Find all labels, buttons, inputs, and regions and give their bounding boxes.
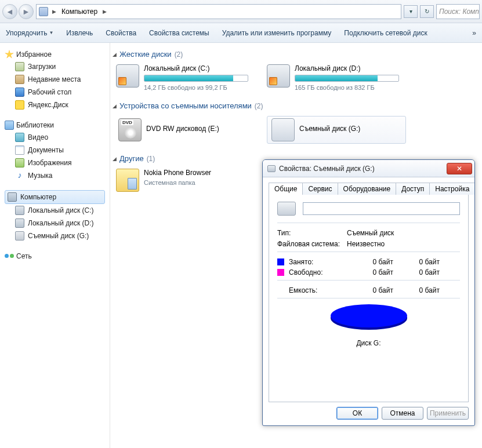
drive-dvd-name: DVD RW дисковод (E:) <box>146 125 219 133</box>
usb-icon <box>271 118 295 141</box>
tab-access[interactable]: Доступ <box>396 183 430 195</box>
libraries-icon <box>5 121 14 130</box>
capacity-label: Емкость: <box>289 286 341 294</box>
chevron-right-icon: ▶ <box>50 9 58 14</box>
drive-d-usage-bar <box>295 75 399 82</box>
group-hdd-title[interactable]: Жесткие диски <box>119 50 172 59</box>
tb-uninstall[interactable]: Удалить или изменить программу <box>222 29 332 37</box>
sidebar-yadisk[interactable]: Яндекс.Диск <box>5 99 110 111</box>
sidebar-computer[interactable]: Компьютер <box>5 190 105 204</box>
video-icon <box>15 133 24 142</box>
group-other-title[interactable]: Другие <box>119 154 144 163</box>
phone-folder-icon <box>116 169 139 192</box>
star-icon <box>5 50 14 59</box>
used-swatch <box>277 258 284 265</box>
network-icon <box>5 252 14 261</box>
tb-properties[interactable]: Свойства <box>106 29 136 37</box>
sidebar-drive-d[interactable]: Локальный диск (D:) <box>5 217 110 230</box>
sidebar-network[interactable]: Сеть <box>5 250 110 262</box>
dialog-title: Свойства: Съемный диск (G:) <box>279 165 375 173</box>
free-swatch <box>277 269 284 276</box>
tb-map-drive[interactable]: Подключить сетевой диск <box>344 29 427 37</box>
drive-usb-g[interactable]: Съемный диск (G:) <box>267 116 406 144</box>
sidebar-libraries[interactable]: Библиотеки <box>5 119 110 131</box>
properties-dialog: Свойства: Съемный диск (G:) ✕ Общие Серв… <box>262 159 475 426</box>
apply-button[interactable]: Применить <box>427 407 469 420</box>
group-removable-title[interactable]: Устройства со съемными носителями <box>119 101 252 110</box>
desktop-icon <box>15 88 24 97</box>
tb-system-properties[interactable]: Свойства системы <box>149 29 209 37</box>
collapse-icon[interactable]: ◢ <box>113 103 117 109</box>
drive-c-free: 14,2 ГБ свободно из 99,2 ГБ <box>144 84 255 91</box>
search-input[interactable]: Поиск: Компьютер <box>436 4 480 19</box>
free-bytes: 0 байт <box>341 268 393 276</box>
collapse-icon[interactable]: ◢ <box>113 52 117 57</box>
drive-d-name: Локальный диск (D:) <box>295 64 406 72</box>
hdd-icon <box>116 64 139 88</box>
drive-icon <box>267 165 276 172</box>
tab-hardware[interactable]: Оборудование <box>338 183 397 195</box>
tb-overflow[interactable]: » <box>472 29 476 37</box>
refresh-button[interactable]: ↻ <box>420 5 434 18</box>
sidebar-drive-g[interactable]: Съемный диск (G:) <box>5 230 110 242</box>
computer-icon <box>39 7 48 16</box>
tab-general[interactable]: Общие <box>269 183 303 195</box>
tab-strip: Общие Сервис Оборудование Доступ Настрой… <box>269 183 469 195</box>
tab-service[interactable]: Сервис <box>302 183 338 195</box>
close-button[interactable]: ✕ <box>447 163 472 174</box>
fs-label: Файловая система: <box>277 240 347 248</box>
sidebar-favorites[interactable]: Избранное <box>5 49 110 60</box>
used-label: Занято: <box>289 258 341 266</box>
drive-nokia-sub: Системная папка <box>144 179 255 186</box>
cancel-button[interactable]: Отмена <box>382 407 423 420</box>
history-dropdown[interactable]: ▾ <box>404 5 418 18</box>
chevron-down-icon: ▼ <box>49 30 53 35</box>
ok-button[interactable]: ОК <box>336 407 378 420</box>
crumb-computer[interactable]: Компьютер <box>60 8 99 16</box>
sidebar-documents[interactable]: Документы <box>5 144 110 156</box>
sidebar-music[interactable]: ♪Музыка <box>5 169 110 182</box>
tb-organize[interactable]: Упорядочить ▼ <box>6 29 53 37</box>
tab-settings[interactable]: Настройка <box>429 183 475 195</box>
toolbar: Упорядочить ▼ Извлечь Свойства Свойства … <box>0 23 482 43</box>
chevron-right-icon: ▶ <box>101 9 108 14</box>
collapse-icon[interactable]: ◢ <box>113 156 117 162</box>
tb-extract[interactable]: Извлечь <box>66 29 93 37</box>
forward-button[interactable]: ► <box>19 4 34 19</box>
type-value: Съемный диск <box>347 229 394 237</box>
recent-icon <box>15 75 24 84</box>
sidebar-downloads[interactable]: Загрузки <box>5 60 110 73</box>
back-button[interactable]: ◄ <box>2 4 17 19</box>
group-hdd-count: (2) <box>175 50 183 59</box>
group-other-count: (1) <box>147 155 155 163</box>
usage-pie-chart <box>331 304 407 333</box>
hdd-icon <box>15 218 24 228</box>
sidebar-images[interactable]: Изображения <box>5 156 110 169</box>
yandex-disk-icon <box>15 100 24 110</box>
breadcrumb[interactable]: ▶ Компьютер ▶ <box>36 4 401 19</box>
drive-d[interactable]: Локальный диск (D:) 165 ГБ свободно из 8… <box>267 64 406 91</box>
sidebar-drive-c[interactable]: Локальный диск (C:) <box>5 204 110 217</box>
usb-icon <box>15 231 24 241</box>
images-icon <box>15 158 24 167</box>
sidebar-desktop[interactable]: Рабочий стол <box>5 86 110 99</box>
drive-nokia-name: Nokia Phone Browser <box>144 169 255 177</box>
downloads-icon <box>15 62 24 71</box>
drive-label-input[interactable] <box>303 202 460 215</box>
free-human: 0 байт <box>393 268 440 276</box>
hdd-icon <box>15 206 24 215</box>
pie-label: Диск G: <box>356 339 380 347</box>
capacity-human: 0 байт <box>393 286 440 294</box>
sidebar-recent[interactable]: Недавние места <box>5 73 110 86</box>
tab-content-general: Тип:Съемный диск Файловая система:Неизве… <box>269 194 469 402</box>
used-bytes: 0 байт <box>341 258 393 266</box>
drive-dvd[interactable]: DVD RW дисковод (E:) <box>116 116 255 144</box>
sidebar-video[interactable]: Видео <box>5 131 110 144</box>
dialog-titlebar[interactable]: Свойства: Съемный диск (G:) ✕ <box>263 160 474 177</box>
drive-nokia[interactable]: Nokia Phone Browser Системная папка <box>116 169 255 192</box>
group-removable-count: (2) <box>255 102 263 110</box>
free-label: Свободно: <box>289 268 341 276</box>
drive-c[interactable]: Локальный диск (C:) 14,2 ГБ свободно из … <box>116 64 255 91</box>
drive-usb-name: Съемный диск (G:) <box>299 125 360 133</box>
dvd-icon <box>118 118 142 141</box>
